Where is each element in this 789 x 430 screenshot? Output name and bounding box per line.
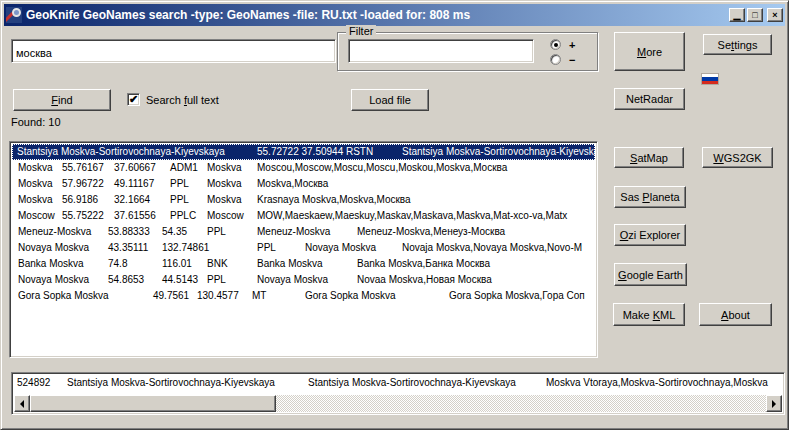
result-cell: Moskva — [207, 160, 241, 176]
make-kml-button-label: Make — [623, 309, 653, 321]
filter-plus-radio-label: + — [569, 40, 575, 51]
result-cell: Novaja Moskva,Novaya Moskva,Novo-M — [402, 240, 582, 256]
result-row[interactable]: Gora Sopka Moskva 49.7561 130.4577 MT Go… — [12, 288, 595, 304]
more-button[interactable]: More — [614, 32, 685, 71]
result-cell: Krasnaya Moskva,Moskva,Москва — [257, 192, 411, 208]
result-cell: 49.11167 — [114, 176, 154, 192]
selected-record-line: 524892 Stantsiya Moskva-Sortirovochnaya-… — [14, 375, 782, 391]
russia-flag-icon — [701, 73, 719, 85]
result-row[interactable]: Moskva 57.96722 49.11167 PPL Moskva Mosk… — [12, 176, 595, 192]
result-cell: Gora Sopka Moskva — [18, 288, 109, 304]
result-cell: Stantsiya Moskva-Sortirovochnaya-Kiyevsk… — [402, 144, 595, 160]
result-row[interactable]: Moskva 56.9186 32.1664 PPL Moskva Krasna… — [12, 192, 595, 208]
result-cell: 132.74861 — [162, 240, 209, 256]
result-cell: Moskva — [18, 192, 52, 208]
settings-button-label: Se — [718, 39, 731, 51]
record-alt-names: Moskva Vtoraya,Moskva-Sortirovochnaya,Mo… — [546, 375, 768, 390]
filter-input[interactable] — [348, 39, 534, 63]
found-count-label: Found: 10 — [11, 116, 61, 128]
minimize-button[interactable]: ▁ — [729, 8, 745, 22]
result-cell: 55.75222 — [62, 208, 104, 224]
result-cell: PPL — [170, 176, 189, 192]
result-row[interactable]: Novaya Moskva 54.8653 44.5143 PPL Novaya… — [12, 272, 595, 288]
result-cell: 55.76167 — [62, 160, 104, 176]
result-cell: 54.8653 — [108, 272, 144, 288]
filter-minus-radio[interactable] — [550, 54, 561, 65]
result-cell: Novaya Moskva — [257, 272, 328, 288]
result-row[interactable]: Moscow 55.75222 37.61556 PPLC Moscow MOW… — [12, 208, 595, 224]
arrow-left-icon — [16, 400, 24, 408]
title-bar[interactable]: GeoKnife GeoNames search -type: GeoNames… — [4, 4, 785, 26]
record-id: 524892 — [17, 375, 50, 390]
titlebar-buttons: ▁ □ × — [729, 8, 783, 22]
result-cell: Meneuz-Moskva — [18, 224, 91, 240]
result-cell: 74.8 — [108, 256, 127, 272]
result-cell: 55.72722 37.50944 RSTN — [257, 144, 373, 160]
ozi-explorer-button[interactable]: Ozi Explorer — [614, 224, 686, 246]
horizontal-scrollbar[interactable] — [14, 395, 782, 412]
scroll-left-button[interactable] — [14, 395, 30, 412]
filter-group: Filter + − — [337, 32, 598, 71]
result-cell: Gora Sopka Moskva — [305, 288, 396, 304]
netradar-button-label: NetRadar — [626, 93, 673, 105]
filter-group-label: Filter — [346, 25, 376, 37]
result-cell: MOW,Maeskaew,Maeskuy,Maskav,Maskava,Mask… — [257, 208, 567, 224]
result-cell: 54.35 — [162, 224, 187, 240]
result-cell: Novaya Moskva — [18, 240, 89, 256]
result-cell: Novaya Moskva — [18, 272, 89, 288]
wgs2gk-button[interactable]: WGS2GK — [702, 147, 773, 168]
search-full-text-checkbox[interactable]: ✔ — [127, 93, 140, 106]
result-row[interactable]: Meneuz-Moskva 53.88333 54.35 PPL Meneuz-… — [12, 224, 595, 240]
close-button[interactable]: × — [767, 8, 783, 22]
sas-planeta-button-label: Sas — [620, 191, 642, 203]
settings-button[interactable]: Settings — [703, 34, 772, 55]
result-row-selected[interactable]: Stantsiya Moskva-Sortirovochnaya-Kiyevsk… — [12, 144, 595, 160]
scrollbar-thumb[interactable] — [30, 395, 276, 412]
result-cell: PPL — [207, 272, 226, 288]
result-cell: Moscou,Moscow,Moscu,Moscu,Moskou,Moskva,… — [257, 160, 507, 176]
result-cell: BNK — [207, 256, 228, 272]
satmap-button[interactable]: SatMap — [614, 147, 684, 168]
app-icon — [6, 7, 22, 23]
result-cell: Moskva — [18, 176, 52, 192]
filter-minus-radio-label: − — [569, 55, 575, 66]
result-cell: PPL — [207, 224, 226, 240]
result-cell: Moskva,Москва — [257, 176, 328, 192]
result-cell: 37.60667 — [114, 160, 156, 176]
load-file-button[interactable]: Load file — [351, 89, 429, 111]
result-cell: Moscow — [18, 208, 55, 224]
filter-plus-radio[interactable] — [550, 39, 561, 50]
result-row[interactable]: Novaya Moskva 43.35111 132.74861 PPL Nov… — [12, 240, 595, 256]
result-cell: 49.7561 — [153, 288, 189, 304]
results-list[interactable]: Stantsiya Moskva-Sortirovochnaya-Kiyevsk… — [9, 141, 598, 358]
result-row[interactable]: Banka Moskva 74.8 116.01 BNK Banka Moskv… — [12, 256, 595, 272]
scroll-right-button[interactable] — [766, 395, 782, 412]
make-kml-button[interactable]: Make KML — [613, 303, 685, 326]
result-cell: Banka Moskva — [18, 256, 84, 272]
radio-dot-icon — [554, 43, 558, 47]
result-cell: Stantsiya Moskva-Sortirovochnaya-Kiyevsk… — [17, 144, 225, 160]
search-input[interactable] — [11, 39, 336, 63]
result-cell: 56.9186 — [62, 192, 98, 208]
find-button[interactable]: Find — [13, 89, 111, 111]
result-row[interactable]: Moskva 55.76167 37.60667 ADM1 Moskva Mos… — [12, 160, 595, 176]
result-cell: 130.4577 — [197, 288, 239, 304]
result-cell: Banka Moskva — [257, 256, 323, 272]
result-cell: 53.88333 — [108, 224, 150, 240]
result-cell: PPL — [170, 192, 189, 208]
result-cell: 57.96722 — [62, 176, 104, 192]
result-cell: 116.01 — [162, 256, 192, 272]
about-button[interactable]: About — [699, 303, 772, 326]
sas-planeta-button[interactable]: Sas Planeta — [614, 186, 686, 208]
result-cell: Meneuz-Moskva,Менеуз-Москва — [357, 224, 505, 240]
result-cell: PPL — [257, 240, 276, 256]
load-file-button-label: Load file — [369, 94, 411, 106]
result-cell: Moskva — [207, 192, 241, 208]
result-cell: Moskva — [18, 160, 52, 176]
netradar-button[interactable]: NetRadar — [614, 88, 685, 110]
maximize-button[interactable]: □ — [747, 8, 763, 22]
result-cell: MT — [252, 288, 266, 304]
record-name: Stantsiya Moskva-Sortirovochnaya-Kiyevsk… — [67, 375, 275, 390]
result-cell: Moscow — [207, 208, 244, 224]
google-earth-button[interactable]: Google Earth — [614, 263, 687, 286]
